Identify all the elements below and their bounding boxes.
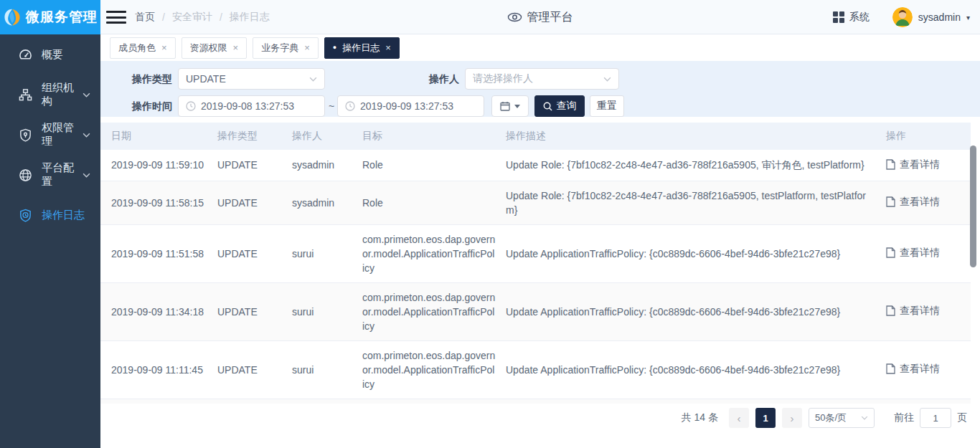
user-menu[interactable]: sysadmin ▾ (892, 7, 970, 27)
quick-range-calendar-button[interactable] (491, 95, 529, 117)
sidebar-item[interactable]: 概要 (0, 34, 100, 75)
cell-operation-type: UPDATE (217, 247, 292, 261)
caret-down-icon (514, 105, 520, 108)
breadcrumb-separator: / (162, 11, 165, 23)
globe-gear-icon (19, 168, 32, 182)
table-row: 2019-09-09 11:34:18 UPDATE surui com.pri… (100, 283, 971, 341)
sidebar-item[interactable]: 权限管理 (0, 115, 100, 155)
cell-target: com.primeton.eos.dap.governor.model.Appl… (362, 232, 506, 275)
table-row: 2019-09-09 11:59:10 UPDATE sysadmin Role… (100, 150, 971, 181)
tab[interactable]: ● 操作日志 × (324, 37, 400, 59)
tab-close-icon[interactable]: × (385, 42, 391, 53)
cell-target: Role (362, 158, 506, 172)
table-row: 2019-09-09 11:58:15 UPDATE sysadmin Role… (100, 181, 971, 225)
document-icon (886, 159, 895, 170)
range-separator: ~ (326, 95, 336, 117)
clock-icon (186, 101, 196, 111)
system-menu[interactable]: 系统 (833, 11, 870, 24)
time-to-value: 2019-09-09 13:27:53 (360, 100, 453, 112)
app-title: 微服务管理 (26, 8, 98, 27)
tab-close-icon[interactable]: × (304, 42, 310, 53)
view-detail-label: 查看详情 (900, 157, 940, 171)
hamburger-menu-icon[interactable] (106, 9, 126, 25)
cell-operation-type: UPDATE (217, 158, 292, 172)
breadcrumb-security-audit[interactable]: 安全审计 (172, 11, 212, 24)
cell-operation-type: UPDATE (217, 305, 292, 319)
operation-type-select[interactable]: UPDATE (178, 68, 325, 90)
time-to-input[interactable]: 2019-09-09 13:27:53 (337, 95, 484, 117)
operator-select[interactable]: 请选择操作人 (465, 68, 619, 90)
filter-time-label: 操作时间 (100, 95, 172, 117)
cell-date: 2019-09-09 11:51:58 (111, 247, 217, 261)
breadcrumb: 首页 / 安全审计 / 操作日志 (135, 0, 270, 34)
prev-page-button[interactable]: ‹ (729, 408, 749, 428)
breadcrumb-home[interactable]: 首页 (135, 11, 155, 24)
view-detail-label: 查看详情 (900, 194, 940, 209)
view-detail-link[interactable]: 查看详情 (886, 361, 940, 376)
document-icon (886, 305, 895, 316)
tab-label: 操作日志 (342, 42, 380, 54)
breadcrumb-separator: / (220, 11, 222, 23)
user-caret-down-icon: ▾ (966, 14, 970, 22)
document-icon (886, 247, 895, 258)
cell-target: com.primeton.eos.dap.governor.model.Appl… (362, 348, 506, 391)
cell-operator: surui (292, 247, 362, 261)
cell-operator: surui (292, 305, 362, 319)
view-detail-link[interactable]: 查看详情 (886, 303, 940, 318)
search-button[interactable]: 查询 (534, 95, 585, 117)
filter-panel: 操作类型 UPDATE 操作人 请选择操作人 操作时间 2019-09-08 1… (100, 61, 980, 117)
sidebar-item[interactable]: 操作日志 (0, 195, 100, 235)
cell-operator: sysadmin (292, 196, 362, 210)
operator-placeholder: 请选择操作人 (473, 72, 533, 85)
scrollbar-thumb[interactable] (970, 146, 976, 267)
tab-close-icon[interactable]: × (233, 42, 239, 53)
chevron-down-icon (603, 77, 611, 82)
column-header: 目标 (362, 130, 506, 143)
view-detail-link[interactable]: 查看详情 (886, 157, 940, 171)
calendar-icon (500, 101, 510, 111)
view-detail-link[interactable]: 查看详情 (886, 245, 940, 259)
platform-title-label: 管理平台 (527, 10, 573, 25)
page-number-button[interactable]: 1 (755, 408, 776, 428)
table-row: 2019-09-09 11:11:45 UPDATE surui com.pri… (100, 341, 971, 399)
page-size-select[interactable]: 50条/页 (809, 408, 875, 428)
shield-clock-icon (19, 209, 32, 222)
chevron-down-icon (83, 92, 90, 97)
tab[interactable]: 资源权限 × (182, 37, 248, 59)
logo-swirl-icon (3, 8, 22, 27)
tab-close-icon[interactable]: × (161, 42, 167, 53)
tab-label: 资源权限 (190, 42, 227, 54)
filter-type-label: 操作类型 (100, 68, 172, 90)
table-row: 2019-09-09 11:51:58 UPDATE surui com.pri… (100, 225, 971, 283)
sidebar-item-label: 操作日志 (42, 209, 85, 222)
active-dot-icon: ● (333, 44, 336, 51)
tab-bar: 成员角色 × 资源权限 × 业务字典 × ● 操作日志 × (100, 34, 980, 61)
sidebar-item[interactable]: 平台配置 (0, 155, 100, 195)
next-icon: › (791, 412, 794, 424)
chevron-down-icon (309, 77, 317, 82)
table-row: 2019-09-09 11:06:01 UPDATE jichao com.pr… (100, 399, 971, 404)
page-unit-label: 页 (957, 411, 967, 424)
org-chart-icon (19, 88, 32, 102)
next-page-button[interactable]: › (782, 408, 802, 428)
top-header: 微服务管理 首页 / 安全审计 / 操作日志 管理平台 系统 (0, 0, 980, 34)
column-header: 操作 (886, 130, 971, 143)
cell-action: 查看详情 (886, 361, 971, 378)
goto-page-input[interactable]: 1 (920, 408, 951, 428)
chevron-down-icon (83, 173, 90, 178)
time-from-input[interactable]: 2019-09-08 13:27:53 (178, 95, 325, 117)
app-root: 微服务管理 首页 / 安全审计 / 操作日志 管理平台 系统 (0, 0, 980, 448)
tab[interactable]: 成员角色 × (110, 37, 176, 59)
page-size-value: 50条/页 (815, 411, 847, 424)
view-detail-link[interactable]: 查看详情 (886, 194, 940, 209)
tab[interactable]: 业务字典 × (253, 37, 319, 59)
prev-icon: ‹ (738, 412, 741, 424)
sidebar-item[interactable]: 组织机构 (0, 75, 100, 115)
tab-label: 成员角色 (118, 42, 156, 54)
system-label: 系统 (849, 11, 870, 24)
username: sysadmin (918, 11, 961, 23)
sidebar-nav: 概要 组织机构 (0, 34, 100, 448)
cell-action: 查看详情 (886, 157, 971, 173)
breadcrumb-operation-log[interactable]: 操作日志 (230, 11, 270, 24)
reset-button[interactable]: 重置 (590, 95, 624, 117)
